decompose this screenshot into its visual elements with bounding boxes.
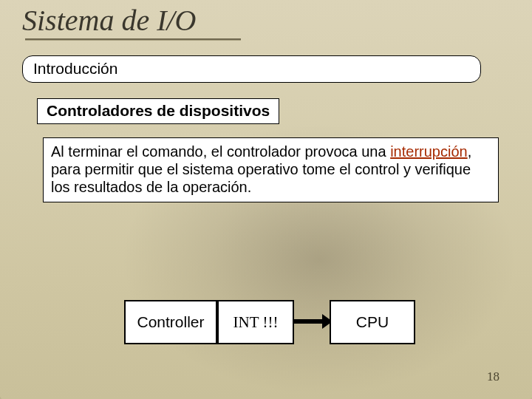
page-number: 18 xyxy=(487,369,499,384)
interrupt-diagram: Controller INT !!! CPU xyxy=(124,300,414,344)
body-text-box: Al terminar el comando, el controlador p… xyxy=(43,137,499,202)
section-pill: Introducción xyxy=(22,55,481,83)
subheading-box: Controladores de dispositivos xyxy=(37,98,279,124)
body-pre: Al terminar el comando, el controlador p… xyxy=(51,143,390,160)
title-underline xyxy=(25,38,241,41)
body-emphasis: interrupción xyxy=(390,143,468,160)
slide-title: Sistema de I/O xyxy=(22,3,197,38)
arrow-icon xyxy=(294,319,324,324)
cpu-box: CPU xyxy=(330,300,415,344)
int-box: INT !!! xyxy=(217,300,294,344)
slide: Sistema de I/O Introducción Controladore… xyxy=(0,0,532,399)
controller-box: Controller xyxy=(124,300,217,344)
